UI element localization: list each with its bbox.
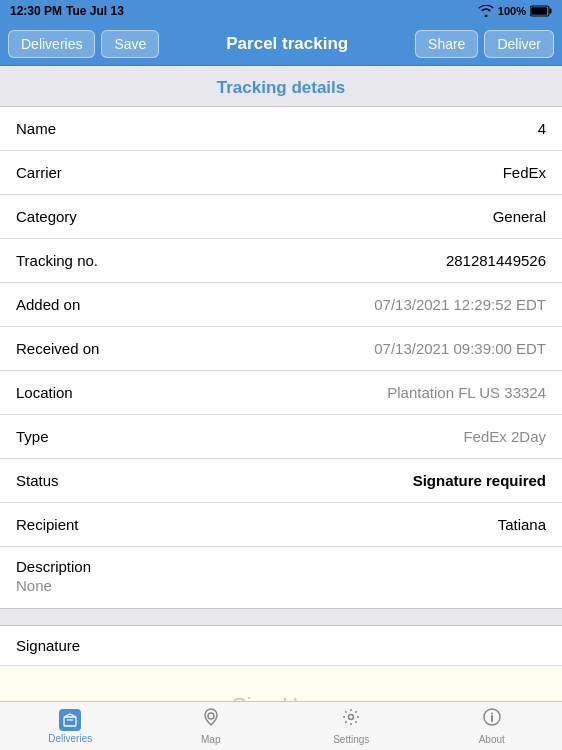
row-value-name: 4 [538,120,546,137]
row-value-type: FedEx 2Day [463,428,546,445]
tab-map-label: Map [201,734,220,745]
row-value-recipient: Tatiana [498,516,546,533]
nav-title: Parcel tracking [226,34,348,54]
package-icon [63,713,77,727]
section-header: Tracking details [0,66,562,106]
table-row: Category General [0,195,562,239]
svg-rect-2 [531,7,547,15]
row-value-added: 07/13/2021 12:29:52 EDT [374,296,546,313]
row-label-category: Category [16,208,126,225]
description-label: Description [16,558,91,575]
gear-icon [341,707,361,727]
row-label-name: Name [16,120,126,137]
svg-point-9 [491,713,493,715]
section-title: Tracking details [217,78,346,97]
time-label: 12:30 PM [10,4,62,18]
row-label-carrier: Carrier [16,164,126,181]
wifi-icon [478,5,494,17]
battery-icon [530,5,552,17]
row-label-type: Type [16,428,126,445]
tab-deliveries[interactable]: Deliveries [0,702,141,750]
description-value: None [16,577,91,594]
signature-label: Signature [16,637,80,654]
date-label: Tue Jul 13 [66,4,124,18]
svg-point-5 [208,713,214,719]
tab-bar: Deliveries Map Settings [0,701,562,750]
about-tab-icon [482,707,502,732]
row-value-received: 07/13/2021 09:39:00 EDT [374,340,546,357]
table-row: Recipient Tatiana [0,503,562,547]
tab-about-label: About [479,734,505,745]
tab-map[interactable]: Map [141,702,282,750]
deliver-button[interactable]: Deliver [484,30,554,58]
signature-canvas[interactable]: Sign Here [0,666,562,701]
svg-rect-1 [550,9,552,14]
table-row: Tracking no. 281281449526 [0,239,562,283]
main-content: Tracking details Name 4 Carrier FedEx Ca… [0,66,562,701]
row-value-carrier: FedEx [503,164,546,181]
svg-rect-3 [64,717,76,726]
map-tab-icon [201,707,221,732]
row-value-tracking: 281281449526 [446,252,546,269]
table-row: Type FedEx 2Day [0,415,562,459]
table-row: Received on 07/13/2021 09:39:00 EDT [0,327,562,371]
tracking-details-table: Name 4 Carrier FedEx Category General Tr… [0,106,562,609]
info-icon [482,707,502,727]
tab-settings[interactable]: Settings [281,702,422,750]
status-bar: 12:30 PM Tue Jul 13 100% [0,0,562,22]
row-label-received: Received on [16,340,126,357]
share-button[interactable]: Share [415,30,478,58]
tab-settings-label: Settings [333,734,369,745]
table-row: Carrier FedEx [0,151,562,195]
row-value-status: Signature required [413,472,546,489]
signature-section: Signature Sign Here Not yet signed Clear [0,625,562,701]
row-value-location: Plantation FL US 33324 [387,384,546,401]
table-row: Status Signature required [0,459,562,503]
nav-bar: Deliveries Save Parcel tracking Share De… [0,22,562,66]
signature-header-row: Signature [0,626,562,666]
settings-tab-icon [341,707,361,732]
table-row: Added on 07/13/2021 12:29:52 EDT [0,283,562,327]
nav-bar-right: Share Deliver [415,30,554,58]
svg-point-6 [349,715,354,720]
table-row: Location Plantation FL US 33324 [0,371,562,415]
row-label-location: Location [16,384,126,401]
row-label-added: Added on [16,296,126,313]
battery-label: 100% [498,5,526,17]
row-label-tracking: Tracking no. [16,252,126,269]
sign-here-text: Sign Here [232,693,330,701]
tab-about[interactable]: About [422,702,563,750]
row-value-category: General [493,208,546,225]
row-label-status: Status [16,472,126,489]
nav-bar-left: Deliveries Save [8,30,159,58]
deliveries-tab-icon [59,709,81,731]
status-bar-right: 100% [478,5,552,17]
table-row-description: Description None [0,547,562,608]
status-bar-left: 12:30 PM Tue Jul 13 [10,4,124,18]
deliveries-nav-button[interactable]: Deliveries [8,30,95,58]
tab-deliveries-label: Deliveries [48,733,92,744]
row-label-recipient: Recipient [16,516,126,533]
save-button[interactable]: Save [101,30,159,58]
map-icon [201,707,221,727]
table-row: Name 4 [0,107,562,151]
